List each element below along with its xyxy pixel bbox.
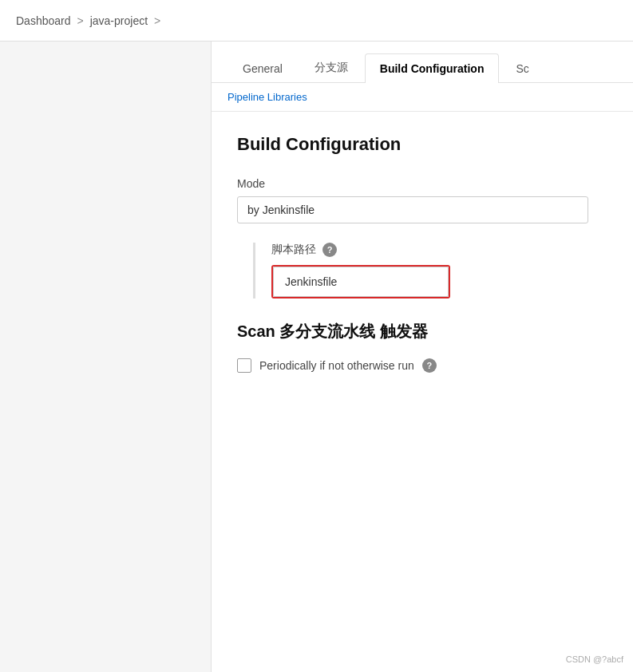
tab-build-configuration[interactable]: Build Configuration (365, 53, 500, 83)
jenkinsfile-input-wrapper (271, 265, 450, 298)
sidebar (0, 42, 212, 672)
tabs-bar: General 分支源 Build Configuration Sc (212, 42, 633, 83)
breadcrumb-dashboard[interactable]: Dashboard (16, 14, 71, 27)
periodically-checkbox-row: Periodically if not otherwise run ? (237, 358, 607, 373)
watermark: CSDN @?abcf (566, 654, 623, 664)
main-content: General 分支源 Build Configuration Sc Pipel… (212, 42, 633, 672)
breadcrumb-sep-1: > (77, 14, 84, 27)
tab-sc[interactable]: Sc (500, 53, 544, 83)
script-path-help-icon[interactable]: ? (322, 243, 337, 257)
script-path-label-text: 脚本路径 (271, 243, 316, 257)
page-layout: General 分支源 Build Configuration Sc Pipel… (0, 42, 633, 672)
breadcrumb-java-project[interactable]: java-project (90, 14, 148, 27)
mode-label: Mode (237, 177, 607, 190)
mode-select[interactable]: by Jenkinsfile (237, 196, 588, 223)
scan-section-title: Scan 多分支流水线 触发器 (237, 321, 607, 342)
mode-field-group: Mode by Jenkinsfile (237, 177, 607, 223)
script-path-input[interactable] (273, 267, 449, 297)
tab-branch-source[interactable]: 分支源 (299, 52, 363, 83)
pipeline-libraries-link[interactable]: Pipeline Libraries (212, 83, 633, 112)
periodically-help-icon[interactable]: ? (422, 358, 437, 373)
script-path-section: 脚本路径 ? (253, 243, 607, 298)
page-body: Build Configuration Mode by Jenkinsfile … (212, 112, 633, 672)
breadcrumb-sep-2: > (154, 14, 160, 27)
scan-section: Scan 多分支流水线 触发器 Periodically if not othe… (237, 321, 607, 373)
periodically-label: Periodically if not otherwise run (259, 359, 414, 372)
build-configuration-title: Build Configuration (237, 134, 607, 155)
periodically-checkbox[interactable] (237, 358, 251, 373)
script-path-label-row: 脚本路径 ? (271, 243, 607, 257)
tab-general[interactable]: General (227, 53, 298, 83)
breadcrumb-bar: Dashboard > java-project > (0, 0, 633, 42)
